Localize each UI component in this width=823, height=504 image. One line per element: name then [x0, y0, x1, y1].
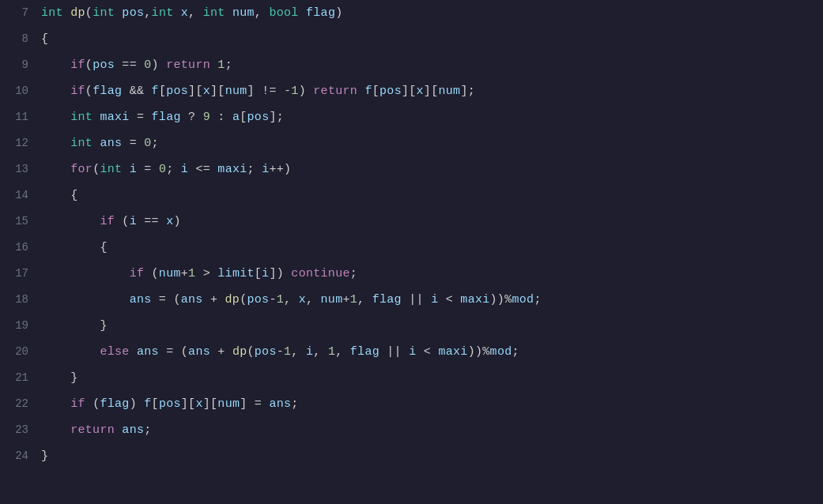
- token: num: [438, 85, 460, 98]
- line-number: 17: [6, 261, 28, 286]
- code-content: for(int i = 0; i <= maxi; i++): [41, 157, 291, 182]
- token: flag: [372, 293, 402, 307]
- token: [41, 215, 100, 228]
- line-number: 11: [6, 104, 28, 130]
- token: [41, 58, 70, 72]
- token: ): [335, 6, 342, 20]
- line-number: 10: [6, 78, 28, 103]
- token: ] !=: [247, 85, 285, 98]
- token: ,: [255, 6, 270, 20]
- token: [41, 111, 70, 124]
- token: int: [152, 6, 174, 20]
- token: = (: [159, 345, 188, 359]
- token: ;: [291, 397, 298, 411]
- token: ;: [225, 58, 232, 72]
- token: limit: [217, 267, 255, 280]
- token: if: [70, 58, 85, 72]
- token: a: [232, 111, 240, 124]
- code-line: 18 ans = (ans + dp(pos-1, x, num+1, flag…: [0, 287, 823, 313]
- token: {: [70, 189, 77, 202]
- token: pos: [92, 58, 115, 72]
- token: (: [85, 58, 92, 72]
- token: [41, 371, 70, 385]
- token: int: [41, 6, 63, 20]
- token: flag: [350, 345, 379, 359]
- token: pos: [379, 85, 402, 98]
- token: {: [100, 241, 107, 254]
- token: -: [277, 345, 284, 359]
- token: dp: [232, 345, 247, 359]
- token: num: [225, 85, 247, 98]
- token: pos: [159, 397, 181, 411]
- token: [: [240, 111, 247, 124]
- token: ans: [100, 137, 122, 150]
- token: flag: [306, 6, 335, 20]
- token: flag: [100, 397, 129, 411]
- token: ||: [402, 293, 431, 307]
- token: }: [100, 319, 107, 333]
- token: ,: [284, 293, 299, 307]
- token: ): [152, 58, 167, 72]
- token: [130, 345, 137, 359]
- token: flag: [152, 111, 181, 124]
- token: [41, 163, 70, 176]
- line-number: 15: [6, 209, 28, 234]
- code-line: 9 if(pos == 0) return 1;: [0, 52, 823, 78]
- code-content: {: [41, 27, 48, 52]
- token: ][: [181, 397, 196, 411]
- code-content: }: [41, 314, 108, 339]
- token: maxi: [100, 111, 129, 124]
- token: [: [372, 85, 379, 98]
- token: [210, 58, 217, 72]
- code-line: 14 {: [0, 182, 823, 209]
- token: =: [130, 111, 152, 124]
- code-content: int dp(int pos,int x, int num, bool flag…: [41, 1, 343, 26]
- token: pos: [122, 6, 144, 20]
- code-content: }: [41, 444, 48, 469]
- token: x: [195, 397, 202, 411]
- token: dp: [70, 6, 85, 20]
- token: ;: [534, 293, 541, 307]
- token: [41, 423, 70, 437]
- token: 1: [284, 345, 291, 359]
- token: x: [299, 293, 306, 307]
- token: [41, 319, 100, 333]
- token: [: [159, 85, 166, 98]
- token: [41, 189, 70, 202]
- token: =: [122, 137, 144, 150]
- token: f: [364, 85, 372, 98]
- code-line: 22 if (flag) f[pos][x][num] = ans;: [0, 391, 823, 417]
- code-line: 11 int maxi = flag ? 9 : a[pos];: [0, 104, 823, 130]
- token: &&: [122, 85, 151, 98]
- token: int: [70, 111, 92, 124]
- token: ans: [130, 293, 152, 307]
- code-line: 19 }: [0, 313, 823, 339]
- code-content: if (flag) f[pos][x][num] = ans;: [41, 392, 299, 417]
- token: pos: [166, 85, 188, 98]
- code-line: 7int dp(int pos,int x, int num, bool fla…: [0, 0, 823, 26]
- token: ;: [247, 163, 262, 176]
- token: i: [130, 215, 137, 228]
- code-line: 21 }: [0, 365, 823, 391]
- line-number: 13: [6, 156, 28, 182]
- token: ==: [137, 215, 166, 228]
- token: ,: [357, 293, 372, 307]
- token: maxi: [217, 163, 247, 176]
- code-line: 10 if(flag && f[pos][x][num] != -1) retu…: [0, 78, 823, 104]
- token: ++): [269, 163, 291, 176]
- token: =: [137, 163, 159, 176]
- token: ];: [269, 111, 284, 124]
- code-content: int maxi = flag ? 9 : a[pos];: [41, 105, 284, 130]
- token: pos: [247, 293, 269, 307]
- token: 0: [144, 58, 151, 72]
- token: maxi: [438, 345, 467, 359]
- token: pos: [255, 345, 277, 359]
- token: +: [342, 293, 349, 307]
- token: <=: [188, 163, 217, 176]
- token: ][: [424, 85, 439, 98]
- code-content: if(flag && f[pos][x][num] != -1) return …: [41, 79, 475, 104]
- code-line: 16 {: [0, 235, 823, 261]
- line-number: 18: [6, 287, 28, 312]
- token: ;: [512, 345, 519, 359]
- line-number: 24: [6, 443, 28, 468]
